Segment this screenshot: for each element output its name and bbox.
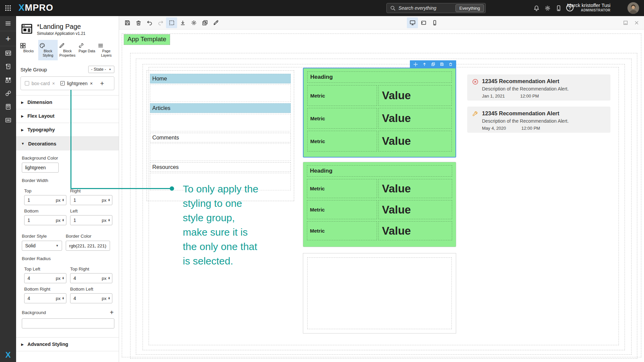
tab-page-layers[interactable]: Page Layers	[97, 40, 116, 60]
redo-icon[interactable]	[155, 17, 166, 28]
radius-bottom-right-input[interactable]: 4 px ▲▼	[24, 293, 66, 303]
mobile-device-icon[interactable]	[555, 5, 562, 12]
nav-item-resources[interactable]: Resources	[150, 162, 291, 172]
tab-block-styling[interactable]: Block Styling	[38, 40, 58, 60]
section-dimension[interactable]: ▶ Dimension	[16, 96, 119, 109]
stepper-arrows[interactable]: ▲▼	[108, 219, 110, 222]
card-heading[interactable]: Heading	[307, 71, 452, 83]
calculator-icon[interactable]	[0, 100, 16, 113]
search-scope-button[interactable]: Everything	[455, 4, 484, 12]
section-advanced-styling[interactable]: ▶ Advanced Styling	[16, 338, 119, 351]
value-cell[interactable]: Value	[378, 200, 452, 219]
section-typography[interactable]: ▶ Typography	[16, 123, 119, 137]
tablet-preview-icon[interactable]	[418, 17, 429, 28]
card-heading[interactable]: Heading	[307, 165, 452, 177]
nav-spacer[interactable]	[150, 143, 291, 161]
canvas-settings-gear-icon[interactable]	[188, 17, 199, 28]
tab-blocks[interactable]: Blocks	[19, 40, 38, 60]
stepper-arrows[interactable]: ▲▼	[62, 219, 64, 222]
blocks-library-icon[interactable]	[0, 73, 16, 86]
value-cell[interactable]: Value	[378, 85, 452, 106]
empty-content-block[interactable]	[303, 253, 456, 334]
app-pages-icon[interactable]	[0, 46, 16, 60]
save-icon[interactable]	[122, 17, 133, 28]
remove-tag-icon[interactable]: ×	[90, 81, 93, 86]
value-cell[interactable]: Value	[378, 131, 452, 152]
radius-bottom-left-input[interactable]: 4 px ▲▼	[70, 293, 112, 303]
add-background-button[interactable]: +	[110, 309, 114, 316]
download-icon[interactable]	[177, 17, 188, 28]
page-script-icon[interactable]	[0, 60, 16, 73]
tag-box-card[interactable]: box-card ×	[25, 81, 55, 86]
undo-icon[interactable]	[144, 17, 155, 28]
mobile-preview-icon[interactable]	[429, 17, 440, 28]
apps-grid-icon[interactable]	[3, 4, 13, 12]
nav-item-home[interactable]: Home	[150, 74, 291, 83]
save-block-icon[interactable]	[438, 61, 445, 67]
metric-cell[interactable]: Metric	[307, 179, 377, 198]
state-dropdown[interactable]: - State -▼	[88, 66, 114, 73]
stepper-arrows[interactable]: ▲▼	[108, 199, 110, 202]
border-width-bottom-input[interactable]: 1 px ▲▼	[24, 215, 66, 225]
stepper-arrows[interactable]: ▲▼	[62, 297, 64, 300]
border-width-right-input[interactable]: 1 px ▲▼	[70, 195, 112, 205]
close-icon[interactable]	[631, 17, 642, 28]
delete-trash-icon[interactable]	[133, 17, 144, 28]
copy-page-icon[interactable]	[199, 17, 210, 28]
border-color-input[interactable]: rgb(221, 221, 221)	[66, 241, 110, 251]
search-input[interactable]: Search everything	[398, 5, 455, 11]
xmpro-logo[interactable]: XMPRO	[18, 3, 53, 13]
metric-card-selected[interactable]: Heading Metric Value Metric Value Metric…	[303, 68, 456, 158]
background-input[interactable]	[22, 318, 114, 328]
metric-cell[interactable]: Metric	[307, 131, 377, 152]
remove-tag-icon[interactable]: ×	[52, 81, 55, 86]
nav-item-articles[interactable]: Articles	[150, 103, 291, 113]
section-flex-layout[interactable]: ▶ Flex Layout	[16, 109, 119, 123]
radius-top-right-input[interactable]: 4 px ▲▼	[70, 273, 112, 283]
marquee-select-icon[interactable]	[166, 17, 177, 28]
stepper-arrows[interactable]: ▲▼	[62, 277, 64, 280]
checkbox-checked-icon[interactable]: ✓	[60, 81, 65, 85]
delete-block-icon[interactable]	[447, 61, 454, 67]
tab-page-data[interactable]: Page Data	[77, 40, 97, 60]
settings-gear-icon[interactable]	[544, 5, 551, 12]
radius-top-left-input[interactable]: 4 px ▲▼	[24, 273, 66, 283]
value-cell[interactable]: Value	[378, 221, 452, 240]
move-up-icon[interactable]	[421, 61, 428, 67]
variables-icon[interactable]	[0, 113, 16, 127]
value-cell[interactable]: Value	[378, 108, 452, 129]
tab-block-properties[interactable]: Block Properties	[58, 40, 77, 60]
stepper-arrows[interactable]: ▲▼	[108, 277, 110, 280]
menu-hamburger-icon[interactable]	[0, 16, 16, 31]
border-width-top-input[interactable]: 1 px ▲▼	[24, 195, 66, 205]
nav-spacer[interactable]	[150, 84, 291, 102]
value-cell[interactable]: Value	[378, 179, 452, 198]
stepper-arrows[interactable]: ▲▼	[108, 297, 110, 300]
notifications-bell-icon[interactable]	[533, 5, 540, 12]
section-decorations[interactable]: ▼ Decorations	[16, 137, 119, 150]
nav-item-comments[interactable]: Comments	[150, 133, 291, 142]
move-icon[interactable]	[412, 61, 419, 67]
avatar[interactable]	[627, 2, 639, 14]
launch-rocket-icon[interactable]	[210, 17, 221, 28]
metric-cell[interactable]: Metric	[307, 85, 377, 106]
border-width-left-input[interactable]: 1 px ▲▼	[70, 215, 112, 225]
empty-content-placeholder[interactable]	[307, 257, 452, 329]
duplicate-icon[interactable]	[429, 61, 437, 67]
connections-link-icon[interactable]	[0, 86, 16, 100]
recommendation-alert-card[interactable]: 12345 Recommendation Alert Description o…	[467, 74, 610, 101]
border-style-select[interactable]: Solid▼	[22, 241, 62, 251]
metric-cell[interactable]: Metric	[307, 221, 377, 240]
metric-cell[interactable]: Metric	[307, 108, 377, 129]
desktop-preview-icon[interactable]	[407, 17, 418, 28]
metric-card[interactable]: Heading Metric Value Metric Value Metric…	[303, 162, 456, 247]
nav-spacer[interactable]	[150, 114, 291, 131]
add-style-group-button[interactable]: +	[100, 80, 104, 87]
background-color-input[interactable]: lightgreen	[22, 163, 59, 173]
recommendation-alert-card[interactable]: 12345 Recommendation Alert Description o…	[467, 107, 610, 133]
add-new-icon[interactable]: +	[0, 31, 16, 46]
user-menu[interactable]: Marck kristoffer Tusi ADMINISTRATOR	[567, 2, 610, 13]
metric-cell[interactable]: Metric	[307, 200, 377, 219]
stepper-arrows[interactable]: ▲▼	[62, 199, 64, 202]
global-search[interactable]: Search everything Everything	[386, 3, 486, 13]
